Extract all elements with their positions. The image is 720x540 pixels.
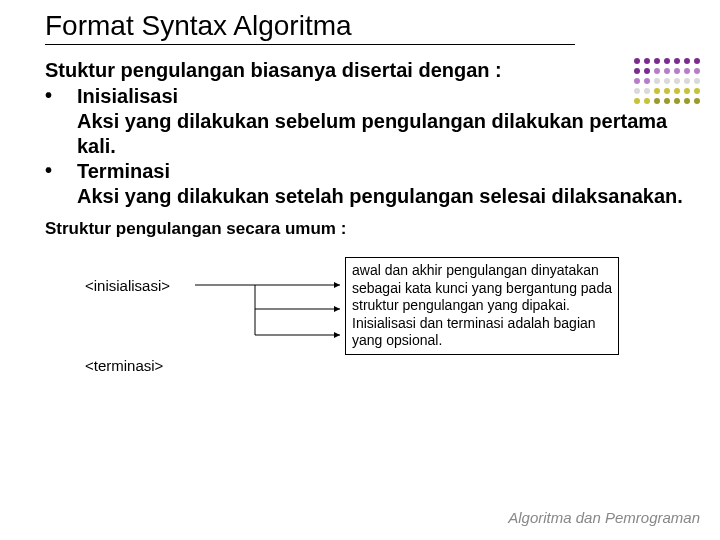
- bullet-head: Inisialisasi: [77, 84, 690, 109]
- arrows-icon: [195, 257, 355, 407]
- bullet-marker: •: [45, 159, 77, 209]
- explanation-box: awal dan akhir pengulangan dinyatakan se…: [345, 257, 619, 355]
- tag-terminasi: <terminasi>: [85, 357, 163, 374]
- slide: Format Syntax Algoritma Stuktur pengulan…: [0, 0, 720, 540]
- bullet-list: • Inisialisasi Aksi yang dilakukan sebel…: [45, 84, 690, 209]
- bullet-desc: Aksi yang dilakukan sebelum pengulangan …: [77, 109, 690, 159]
- page-title: Format Syntax Algoritma: [45, 10, 575, 45]
- diagram: <inisialisasi> <terminasi> awal dan akhi…: [85, 257, 690, 407]
- subheading: Struktur pengulangan secara umum :: [45, 219, 690, 239]
- bullet-head: Terminasi: [77, 159, 690, 184]
- bullet-marker: •: [45, 84, 77, 159]
- tag-inisialisasi: <inisialisasi>: [85, 277, 170, 294]
- decorative-dots: [634, 58, 702, 106]
- intro-text: Stuktur pengulangan biasanya disertai de…: [45, 59, 690, 82]
- bullet-desc: Aksi yang dilakukan setelah pengulangan …: [77, 184, 690, 209]
- footer-text: Algoritma dan Pemrograman: [508, 509, 700, 526]
